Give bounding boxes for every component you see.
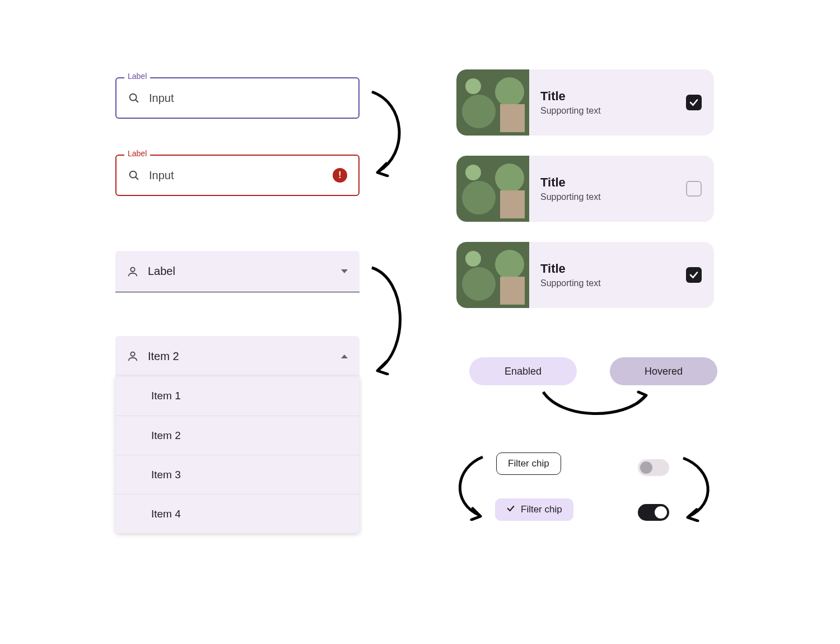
menu-item[interactable]: Item 4 xyxy=(115,494,360,533)
svg-point-12 xyxy=(462,181,496,214)
textfield-value: Input xyxy=(149,169,324,182)
list-item-title: Title xyxy=(540,262,675,276)
textfield-outlined-normal[interactable]: Label Input xyxy=(115,77,360,119)
svg-point-10 xyxy=(465,78,481,94)
menu-item-label: Item 4 xyxy=(151,508,181,520)
textfield-label: Label xyxy=(124,149,150,158)
svg-line-3 xyxy=(136,177,138,179)
checkbox-checked[interactable] xyxy=(686,267,702,283)
textfield-outlined-error[interactable]: Label Input ! xyxy=(115,155,360,196)
list-item-supporting: Supporting text xyxy=(540,192,675,202)
list-item-title: Title xyxy=(540,89,675,104)
checkbox-unchecked[interactable] xyxy=(686,181,702,197)
list-item[interactable]: Title Supporting text xyxy=(456,156,714,222)
switch-knob xyxy=(640,461,652,474)
checkbox-checked[interactable] xyxy=(686,95,702,110)
list-item[interactable]: Title Supporting text xyxy=(456,242,714,308)
svg-point-17 xyxy=(462,267,496,301)
menu-item-label: Item 3 xyxy=(151,469,181,481)
switch-on[interactable] xyxy=(638,504,669,521)
button-label: Enabled xyxy=(505,366,542,377)
arrow-icon xyxy=(540,386,652,426)
filter-chip-label: Filter chip xyxy=(521,504,562,515)
menu-item[interactable]: Item 1 xyxy=(115,376,360,416)
list-item-supporting: Supporting text xyxy=(540,106,675,116)
svg-point-20 xyxy=(465,251,481,267)
switch-knob xyxy=(655,506,667,519)
button-enabled[interactable]: Enabled xyxy=(469,357,577,385)
menu-item-label: Item 2 xyxy=(151,430,181,442)
menu-item[interactable]: Item 2 xyxy=(115,416,360,455)
list-item-supporting: Supporting text xyxy=(540,278,675,288)
search-icon xyxy=(128,169,140,181)
thumbnail-image xyxy=(456,242,529,308)
arrow-icon xyxy=(367,263,412,375)
menu-item[interactable]: Item 3 xyxy=(115,455,360,494)
search-icon xyxy=(128,92,140,104)
filter-chip-on[interactable]: Filter chip xyxy=(495,498,573,521)
select-value: Item 2 xyxy=(148,350,332,363)
arrow-icon xyxy=(446,454,491,521)
svg-point-7 xyxy=(462,95,496,128)
list-item-title: Title xyxy=(540,175,675,190)
menu-item-label: Item 1 xyxy=(151,390,181,402)
chevron-up-icon xyxy=(340,351,348,361)
svg-rect-14 xyxy=(500,190,525,218)
select-open[interactable]: Item 2 xyxy=(115,336,360,377)
list-item[interactable]: Title Supporting text xyxy=(456,69,714,136)
person-icon xyxy=(127,350,139,362)
svg-point-18 xyxy=(495,250,524,279)
svg-rect-19 xyxy=(500,277,525,305)
svg-line-1 xyxy=(136,100,138,102)
select-closed[interactable]: Label xyxy=(115,251,360,292)
svg-point-13 xyxy=(495,164,524,193)
filter-chip-label: Filter chip xyxy=(508,458,549,469)
person-icon xyxy=(127,265,139,278)
chevron-down-icon xyxy=(340,267,348,277)
thumbnail-image xyxy=(456,156,529,222)
arrow-icon xyxy=(367,87,412,177)
button-hovered[interactable]: Hovered xyxy=(610,357,717,385)
filter-chip-off[interactable]: Filter chip xyxy=(496,452,561,475)
thumbnail-image xyxy=(456,69,529,136)
select-menu: Item 1 Item 2 Item 3 Item 4 xyxy=(115,376,360,533)
check-icon xyxy=(506,504,515,516)
svg-rect-9 xyxy=(500,104,525,132)
svg-point-8 xyxy=(495,77,524,106)
button-label: Hovered xyxy=(645,366,683,377)
textfield-value: Input xyxy=(149,92,347,105)
svg-point-4 xyxy=(130,267,134,271)
svg-point-5 xyxy=(130,352,134,356)
switch-off[interactable] xyxy=(638,459,669,476)
error-icon: ! xyxy=(333,168,347,183)
arrow-icon xyxy=(678,455,722,522)
svg-point-15 xyxy=(465,165,481,180)
textfield-label: Label xyxy=(124,72,150,81)
select-label: Label xyxy=(148,265,332,278)
